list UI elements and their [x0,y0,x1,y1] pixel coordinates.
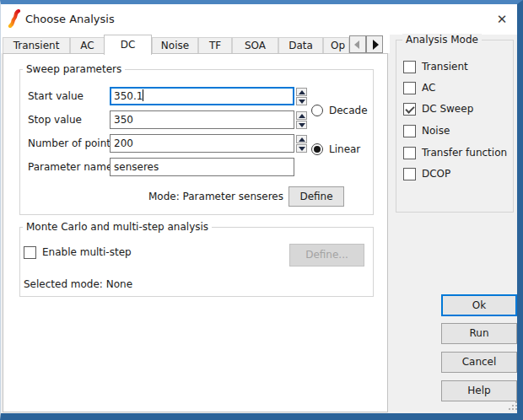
arrow-left-icon [354,40,359,49]
multi-step-define-button: Define... [289,244,364,267]
tab-noise[interactable]: Noise [152,37,198,54]
stop-value-input[interactable]: 350 [110,110,294,129]
number-of-points-label: Number of points [28,134,116,153]
analysis-mode-group-title: Analysis Mode [402,34,482,46]
tab-soa[interactable]: SOA [232,37,278,54]
tab-tf[interactable]: TF [198,37,232,54]
analysis-mode-transient-checkbox[interactable] [403,61,416,73]
dialog-title: Choose Analysis [25,4,115,35]
choose-analysis-dialog: Choose Analysis ✕ Transient AC DC Noise … [0,0,523,420]
analysis-mode-transient-label[interactable]: Transient [422,61,468,73]
start-value-label: Start value [28,87,84,105]
linear-radio[interactable] [311,143,323,155]
selected-mode-text: Selected mode: None [24,278,132,290]
analysis-mode-transfer-function-label[interactable]: Transfer function [422,147,507,159]
analysis-mode-dc-sweep-label[interactable]: DC Sweep [422,103,473,116]
spin-down-icon[interactable] [296,97,307,105]
cancel-button[interactable]: Cancel [441,352,517,373]
ok-button[interactable]: Ok [441,294,517,316]
parameter-name-label: Parameter name [28,158,112,176]
number-of-points-input[interactable]: 200 [110,134,294,153]
arrow-right-icon [373,40,379,50]
spin-down-icon[interactable] [296,144,307,153]
start-value-spinner [296,88,307,105]
spin-up-icon[interactable] [296,135,307,143]
linear-radio-label[interactable]: Linear [329,143,360,155]
spin-up-icon[interactable] [296,88,307,96]
tab-data[interactable]: Data [278,37,323,54]
sweep-define-button[interactable]: Define [288,186,344,207]
monte-carlo-group-title: Monte Carlo and multi-step analysis [23,221,212,233]
text-caret [143,89,143,101]
run-button[interactable]: Run [441,323,517,344]
analysis-mode-ac-label[interactable]: AC [422,82,435,94]
analysis-mode-dcop-label[interactable]: DCOP [422,168,450,180]
decade-radio-label[interactable]: Decade [329,105,368,116]
number-of-points-spinner [296,135,307,153]
tab-dc[interactable]: DC [104,35,152,55]
tab-op-clipped[interactable]: Op [323,37,349,54]
stop-value-spinner [296,111,307,129]
analysis-mode-ac-checkbox[interactable] [403,82,416,94]
tab-ac[interactable]: AC [70,37,105,54]
enable-multi-step-checkbox[interactable] [24,246,36,259]
sweep-parameters-group-title: Sweep parameters [23,63,125,75]
analysis-mode-transfer-function-checkbox[interactable] [403,147,416,159]
start-value-input[interactable]: 350.1 [110,87,294,105]
analysis-mode-noise-checkbox[interactable] [403,125,416,137]
analysis-mode-dcop-checkbox[interactable] [403,168,416,180]
spin-up-icon[interactable] [296,111,307,120]
parameter-name-input[interactable]: senseres [110,158,294,176]
title-bar: Choose Analysis ✕ [1,4,517,35]
app-logo-icon [8,9,21,28]
resize-grip-icon[interactable] [508,401,517,411]
close-icon[interactable]: ✕ [490,8,514,31]
decade-radio[interactable] [311,105,323,116]
stop-value-label: Stop value [28,110,82,129]
analysis-mode-noise-label[interactable]: Noise [422,125,450,137]
sweep-mode-text: Mode: Parameter senseres [119,186,283,207]
tab-scroll-right-button[interactable] [366,35,383,53]
tab-transient[interactable]: Transient [3,37,70,54]
spin-down-icon[interactable] [296,121,307,129]
help-button[interactable]: Help [441,380,517,401]
enable-multi-step-label[interactable]: Enable multi-step [42,246,132,259]
analysis-mode-dc-sweep-checkbox[interactable] [403,103,416,116]
tab-scroll-left-button[interactable] [349,35,366,53]
